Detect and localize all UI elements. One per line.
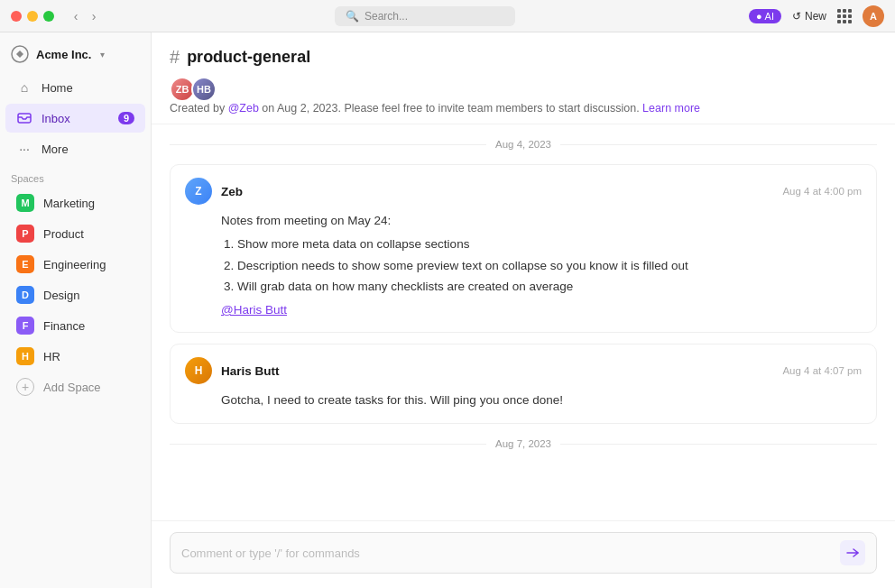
avatar-haris: H: [185, 357, 212, 384]
search-icon: 🔍: [346, 10, 359, 23]
comment-send-button[interactable]: [840, 540, 865, 565]
channel-members: ZB HB: [170, 77, 877, 102]
product-label: Product: [43, 227, 84, 241]
marketing-label: Marketing: [43, 197, 95, 210]
hr-label: HR: [43, 350, 60, 363]
new-label: New: [805, 10, 826, 23]
author-name-1: Zeb: [221, 185, 243, 198]
design-icon: D: [16, 286, 34, 304]
date-aug4-label: Aug 4, 2023: [486, 139, 560, 150]
comment-input-wrapper: [170, 532, 877, 574]
add-space-icon: +: [16, 378, 34, 396]
grid-icon[interactable]: [837, 9, 852, 23]
forward-arrow[interactable]: ›: [87, 9, 101, 23]
message-text-2: Gotcha, I need to create tasks for this.…: [221, 393, 563, 407]
sidebar-item-engineering[interactable]: E Engineering: [5, 250, 145, 279]
user-avatar[interactable]: A: [863, 5, 884, 27]
search-placeholder: Search...: [364, 10, 408, 23]
message-body-2: Gotcha, I need to create tasks for this.…: [221, 391, 862, 409]
message-intro: Notes from meeting on May 24:: [221, 212, 862, 230]
engineering-label: Engineering: [43, 258, 106, 271]
search-bar[interactable]: 🔍 Search...: [335, 6, 515, 26]
mention-link[interactable]: @Haris Butt: [221, 303, 287, 317]
inbox-badge: 9: [118, 112, 134, 124]
channel-title-row: # product-general: [170, 47, 877, 68]
date-divider-aug4: Aug 4, 2023: [170, 139, 877, 150]
sidebar-item-more-label: More: [42, 142, 69, 156]
ai-label: AI: [765, 11, 774, 22]
message-header-2: H Haris Butt Aug 4 at 4:07 pm: [185, 357, 862, 384]
workspace-name: Acme Inc.: [36, 48, 91, 61]
sidebar-item-home-label: Home: [42, 81, 73, 95]
workspace-header[interactable]: Acme Inc. ▾: [0, 40, 151, 69]
send-icon: [846, 547, 859, 559]
sidebar: Acme Inc. ▾ ⌂ Home Inbox 9 ··· More Spac…: [0, 32, 152, 588]
member-avatar-2: HB: [191, 77, 217, 102]
minimize-button[interactable]: [27, 11, 38, 22]
ai-icon: ●: [756, 11, 762, 22]
sidebar-item-inbox[interactable]: Inbox 9: [5, 104, 145, 133]
engineering-icon: E: [16, 255, 34, 273]
comment-area: [152, 520, 895, 588]
sidebar-item-finance[interactable]: F Finance: [5, 311, 145, 340]
description-prefix: Created by: [170, 102, 228, 115]
list-item: Description needs to show some preview t…: [237, 257, 862, 275]
nav-arrows: ‹ ›: [69, 9, 101, 23]
sidebar-item-marketing[interactable]: M Marketing: [5, 188, 145, 217]
hr-icon: H: [16, 347, 34, 365]
avatar-zeb: Z: [185, 178, 212, 205]
hash-icon: #: [170, 47, 180, 68]
add-space-item[interactable]: + Add Space: [5, 372, 145, 401]
description-text: on Aug 2, 2023. Please feel free to invi…: [259, 102, 640, 115]
svg-rect-1: [18, 114, 31, 123]
learn-more-link[interactable]: Learn more: [642, 102, 700, 115]
sidebar-item-hr[interactable]: H HR: [5, 342, 145, 371]
comment-action-buttons: [840, 540, 865, 565]
message-time-1: Aug 4 at 4:00 pm: [782, 186, 862, 197]
titlebar-right: ● AI ↺ New A: [749, 5, 884, 27]
workspace-logo-icon: [11, 45, 29, 63]
add-space-label: Add Space: [43, 381, 101, 394]
design-label: Design: [43, 289, 79, 302]
titlebar-left: ‹ ›: [11, 9, 101, 23]
chevron-down-icon: ▾: [100, 50, 105, 60]
maximize-button[interactable]: [43, 11, 54, 22]
channel-description: Created by @Zeb on Aug 2, 2023. Please f…: [170, 102, 877, 115]
messages-area: Aug 4, 2023 Z Zeb Aug 4 at 4:00 pm Notes…: [152, 124, 895, 520]
traffic-lights: [11, 11, 54, 22]
spaces-section-label: Spaces: [0, 164, 151, 188]
close-button[interactable]: [11, 11, 22, 22]
message-author-row-2: H Haris Butt: [185, 357, 280, 384]
sidebar-item-product[interactable]: P Product: [5, 219, 145, 248]
back-arrow[interactable]: ‹: [69, 9, 83, 23]
message-body-1: Notes from meeting on May 24: Show more …: [221, 212, 862, 319]
message-list: Show more meta data on collapse sections…: [221, 235, 862, 296]
message-card-2: H Haris Butt Aug 4 at 4:07 pm Gotcha, I …: [170, 344, 877, 423]
new-button[interactable]: ↺ New: [792, 10, 826, 23]
author-name-2: Haris Butt: [221, 364, 280, 378]
ai-badge[interactable]: ● AI: [749, 9, 781, 23]
list-item: Show more meta data on collapse sections: [237, 235, 862, 253]
refresh-icon: ↺: [792, 10, 801, 23]
product-icon: P: [16, 225, 34, 243]
sidebar-item-inbox-label: Inbox: [42, 112, 70, 125]
message-card-1: Z Zeb Aug 4 at 4:00 pm Notes from meetin…: [170, 164, 877, 333]
date-aug7-label: Aug 7, 2023: [486, 438, 560, 449]
channel-title: product-general: [187, 48, 310, 67]
message-time-2: Aug 4 at 4:07 pm: [782, 365, 862, 376]
description-user: @Zeb: [228, 102, 259, 115]
titlebar: ‹ › 🔍 Search... ● AI ↺ New A: [0, 0, 895, 32]
home-icon: ⌂: [16, 79, 32, 96]
comment-input[interactable]: [181, 547, 840, 560]
sidebar-item-more[interactable]: ··· More: [5, 134, 145, 163]
inbox-icon: [16, 110, 32, 126]
channel-header: # product-general ZB HB Created by @Zeb …: [152, 32, 895, 124]
sidebar-item-design[interactable]: D Design: [5, 280, 145, 309]
description-user-link[interactable]: @Zeb: [228, 102, 259, 115]
sidebar-item-home[interactable]: ⌂ Home: [5, 73, 145, 102]
finance-label: Finance: [43, 319, 85, 333]
message-header-1: Z Zeb Aug 4 at 4:00 pm: [185, 178, 862, 205]
marketing-icon: M: [16, 194, 34, 212]
more-icon: ···: [16, 141, 32, 157]
date-divider-aug7: Aug 7, 2023: [170, 438, 877, 449]
